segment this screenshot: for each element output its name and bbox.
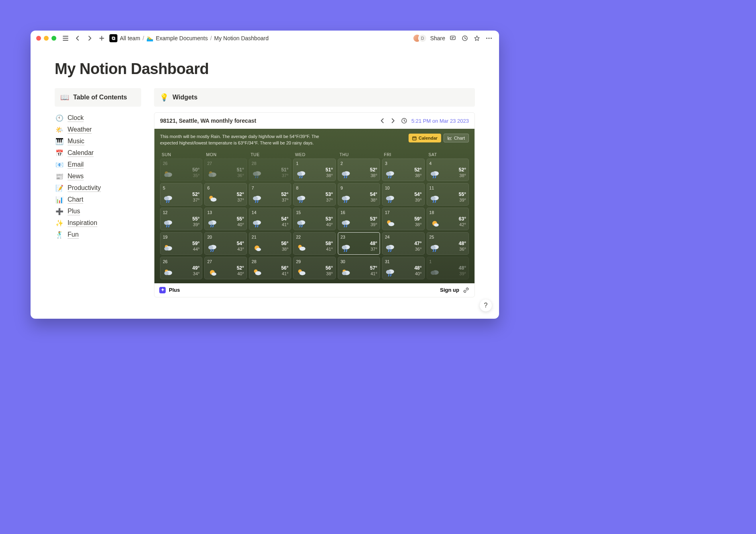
toc-item-icon: 📅: [55, 149, 64, 157]
page-title[interactable]: My Notion Dashboard: [55, 60, 475, 78]
high-temp: 52°: [192, 192, 199, 198]
new-page-button[interactable]: [97, 34, 106, 43]
day-number: 25: [429, 235, 466, 239]
breadcrumb-workspace[interactable]: All team: [120, 35, 140, 41]
breadcrumb-folder[interactable]: Example Documents: [156, 35, 207, 41]
weather-rain-icon: [296, 219, 306, 227]
forecast-day[interactable]: 1 51° 38°: [293, 159, 335, 181]
toc-item-calendar[interactable]: 📅Calendar: [55, 147, 141, 159]
weather-pcloud-icon: [163, 170, 173, 178]
forecast-day[interactable]: 29 56° 38°: [293, 257, 335, 279]
forecast-day[interactable]: 7 52° 37°: [249, 183, 291, 206]
back-button[interactable]: [73, 34, 82, 43]
weather-rain-icon: [385, 268, 395, 276]
day-number: 27: [207, 161, 244, 166]
forecast-day[interactable]: 22 58° 41°: [293, 232, 335, 255]
calendar-view-button[interactable]: Calendar: [409, 134, 441, 142]
forecast-day[interactable]: 8 53° 37°: [293, 183, 335, 206]
prev-snapshot-button[interactable]: [378, 117, 386, 125]
day-number: 19: [163, 235, 199, 239]
forecast-day[interactable]: 27 52° 40°: [204, 257, 247, 279]
toc-item-inspiration[interactable]: ✨Inspiration: [55, 217, 141, 229]
day-temps: 52° 38°: [459, 167, 466, 178]
forecast-day[interactable]: 14 54° 41°: [249, 208, 291, 230]
day-temps: 52° 37°: [192, 192, 199, 202]
day-number: 27: [207, 259, 244, 264]
menu-icon[interactable]: [61, 34, 70, 43]
toc-item-label: Calendar: [68, 149, 94, 157]
forward-button[interactable]: [85, 34, 94, 43]
comments-icon[interactable]: [448, 34, 457, 43]
chart-view-button[interactable]: Chart: [444, 134, 469, 142]
minimize-window-button[interactable]: [44, 36, 49, 41]
toc-item-icon: 📊: [55, 196, 64, 204]
next-snapshot-button[interactable]: [389, 117, 397, 125]
forecast-day[interactable]: 30 57° 41°: [338, 257, 380, 279]
forecast-day[interactable]: 21 56° 38°: [249, 232, 291, 255]
favorite-icon[interactable]: [473, 34, 481, 43]
day-number: 20: [207, 235, 244, 239]
low-temp: 39°: [459, 271, 466, 276]
dow-label: FRI: [382, 152, 425, 157]
forecast-day[interactable]: 28 56° 41°: [249, 257, 291, 279]
forecast-day[interactable]: 28 51° 37°: [249, 159, 291, 181]
forecast-day[interactable]: 23 48° 37°: [338, 232, 380, 255]
forecast-day[interactable]: 26 50° 35°: [160, 159, 202, 181]
more-icon[interactable]: [485, 34, 493, 43]
day-temps: 48° 40°: [414, 266, 421, 276]
weather-pcloud-icon: [163, 244, 173, 252]
updates-icon[interactable]: [460, 34, 469, 43]
forecast-day[interactable]: 10 54° 39°: [382, 183, 424, 206]
toc-item-icon: 🕙: [55, 114, 64, 122]
toc-item-music[interactable]: 🎹Music: [55, 136, 141, 147]
toc-item-news[interactable]: 📰News: [55, 171, 141, 182]
forecast-day[interactable]: 3 52° 38°: [382, 159, 424, 181]
workspace-icon[interactable]: ⧉: [109, 34, 117, 42]
toc-item-productivity[interactable]: 📝Productivity: [55, 182, 141, 194]
toc-item-weather[interactable]: 🌤️Weather: [55, 124, 141, 136]
forecast-day[interactable]: 18 63° 42°: [427, 208, 469, 230]
forecast-day[interactable]: 5 52° 37°: [160, 183, 202, 206]
close-window-button[interactable]: [36, 36, 41, 41]
maximize-window-button[interactable]: [51, 36, 56, 41]
help-button[interactable]: ?: [480, 299, 492, 311]
day-number: 31: [385, 259, 421, 264]
forecast-day[interactable]: 26 49° 34°: [160, 257, 202, 279]
day-number: 13: [207, 210, 244, 215]
dow-label: MON: [205, 152, 247, 157]
day-temps: 58° 41°: [326, 241, 333, 252]
forecast-day[interactable]: 12 55° 39°: [160, 208, 202, 230]
forecast-day[interactable]: 6 52° 37°: [204, 183, 247, 206]
presence-avatars[interactable]: D: [413, 34, 427, 43]
low-temp: 39°: [370, 222, 377, 227]
toc-item-label: Music: [68, 138, 84, 145]
forecast-day[interactable]: 25 48° 36°: [427, 232, 469, 255]
link-icon[interactable]: [462, 287, 470, 294]
day-temps: 53° 37°: [326, 192, 333, 202]
forecast-day[interactable]: 13 55° 40°: [204, 208, 247, 230]
forecast-day[interactable]: 9 54° 38°: [338, 183, 380, 206]
toc-item-plus[interactable]: ➕Plus: [55, 206, 141, 217]
signup-button[interactable]: Sign up: [440, 287, 459, 293]
day-number: 17: [385, 210, 421, 215]
toc-item-chart[interactable]: 📊Chart: [55, 194, 141, 206]
forecast-day[interactable]: 27 51° 36°: [204, 159, 247, 181]
forecast-day[interactable]: 16 53° 39°: [338, 208, 380, 230]
forecast-day[interactable]: 20 54° 43°: [204, 232, 247, 255]
toc-item-email[interactable]: 📧Email: [55, 159, 141, 171]
low-temp: 37°: [281, 173, 288, 178]
toc-item-clock[interactable]: 🕙Clock: [55, 112, 141, 124]
forecast-day[interactable]: 24 47° 36°: [382, 232, 424, 255]
forecast-day[interactable]: 2 52° 38°: [338, 159, 380, 181]
forecast-day[interactable]: 4 52° 38°: [427, 159, 469, 181]
toc-item-fun[interactable]: 🕺Fun: [55, 229, 141, 241]
forecast-day[interactable]: 31 48° 40°: [382, 257, 424, 279]
low-temp: 40°: [237, 271, 244, 276]
breadcrumb-page[interactable]: My Notion Dashboard: [214, 35, 269, 41]
forecast-day[interactable]: 11 55° 39°: [427, 183, 469, 206]
share-button[interactable]: Share: [430, 35, 445, 41]
forecast-day[interactable]: 17 59° 38°: [382, 208, 424, 230]
forecast-day[interactable]: 15 53° 40°: [293, 208, 335, 230]
forecast-day[interactable]: 19 59° 44°: [160, 232, 202, 255]
forecast-day[interactable]: 1 48° 39°: [427, 257, 469, 279]
